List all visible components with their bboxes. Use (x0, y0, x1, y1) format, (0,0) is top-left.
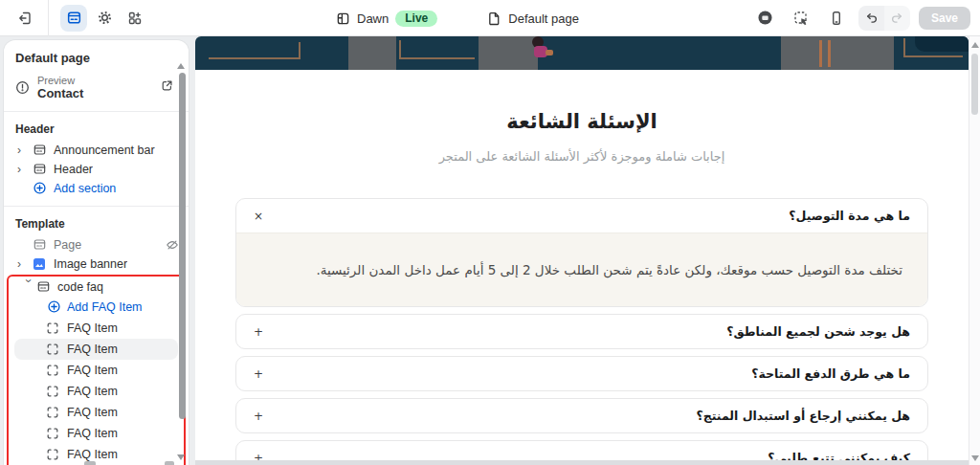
image-thumbnail-icon (32, 257, 47, 271)
page-picker[interactable]: Default page (487, 11, 579, 26)
section-icon (32, 237, 47, 252)
sidebar-scrollbar-thumb[interactable] (179, 73, 186, 419)
preview-value: Contact (37, 87, 83, 101)
section-icon (35, 279, 51, 294)
faq-question: هل يمكنني إرجاع أو استبدال المنتج؟ (696, 409, 910, 423)
page-file-icon (487, 11, 501, 26)
topbar: Dawn Live Default page (0, 0, 980, 36)
sidebar-item-label: code faq (57, 280, 103, 294)
live-badge: Live (395, 11, 437, 27)
faq-card: ما هي طرق الدفع المتاحة؟ + (235, 356, 928, 391)
section-icon (32, 162, 47, 176)
sidebar-scroll-down-arrow[interactable] (177, 454, 185, 460)
collapse-icon[interactable]: × (254, 210, 263, 223)
faq-card: هل يوجد شحن لجميع المناطق؟ + (235, 314, 928, 349)
faq-page-subtitle: إجابات شاملة وموجزة لأكثر الأسئلة الشائع… (195, 149, 969, 164)
sidebar-title: Default page (4, 40, 189, 72)
theme-switcher[interactable]: Dawn Live (336, 11, 437, 27)
block-icon (47, 365, 60, 376)
expand-icon[interactable]: + (254, 410, 263, 423)
add-faq-item-button[interactable]: Add FAQ Item (14, 297, 178, 318)
template-group-label: Template (4, 207, 189, 235)
clipped-row-fragment (165, 461, 174, 465)
topbar-center: Dawn Live Default page (0, 0, 947, 36)
add-section-button[interactable]: Add section (8, 179, 185, 198)
faq-page-title: الإسئلة الشائعة (195, 110, 969, 133)
add-faq-item-label: Add FAQ Item (67, 300, 143, 314)
sidebar-faq-item-label: FAQ Item (67, 385, 118, 398)
sidebar-item-label: Page (54, 238, 81, 252)
clipped-row-fragment (84, 461, 96, 465)
sections-sidebar: Default page Preview Contact Header › (4, 40, 189, 465)
sidebar-item-label: Image banner (54, 257, 127, 271)
preview-scroll-down-arrow[interactable] (971, 455, 979, 461)
preview-scroll-up-arrow[interactable] (971, 42, 979, 48)
preview-context-row[interactable]: Preview Contact (4, 72, 189, 111)
sidebar-item-page[interactable]: Page (8, 235, 185, 255)
sidebar-item-code-faq[interactable]: › code faq (11, 277, 181, 297)
eye-slash-icon[interactable] (166, 238, 179, 252)
section-icon (32, 143, 47, 157)
preview-label: Preview (37, 75, 83, 87)
external-link-icon[interactable] (161, 79, 173, 92)
sidebar-faq-item-1[interactable]: FAQ Item (14, 318, 178, 339)
block-icon (47, 428, 60, 439)
sidebar-faq-item-5[interactable]: FAQ Item (14, 402, 178, 423)
theme-name: Dawn (357, 11, 389, 26)
page-picker-label: Default page (508, 11, 579, 26)
faq-question-row[interactable]: ما هي طرق الدفع المتاحة؟ + (236, 357, 927, 390)
block-icon (47, 386, 60, 397)
sidebar-faq-item-label: FAQ Item (67, 448, 118, 461)
faq-question: هل يوجد شحن لجميع المناطق؟ (726, 324, 910, 339)
block-icon (47, 343, 60, 355)
block-icon (47, 322, 60, 334)
preview-page-edge (195, 460, 969, 465)
chevron-right-icon[interactable]: › (17, 163, 32, 176)
sidebar-item-header[interactable]: › Header (8, 160, 185, 179)
header-group-label: Header (4, 112, 189, 141)
sidebar-faq-item-3[interactable]: FAQ Item (14, 360, 178, 381)
sidebar-faq-item-label: FAQ Item (67, 364, 118, 377)
sidebar-item-announcement-bar[interactable]: › Announcement bar (8, 141, 185, 160)
theme-icon (336, 11, 350, 26)
chevron-right-icon[interactable]: › (17, 144, 32, 157)
faq-card: هل يمكنني إرجاع أو استبدال المنتج؟ + (235, 398, 928, 433)
expand-icon[interactable]: + (254, 367, 263, 381)
faq-question-row[interactable]: هل يمكنني إرجاع أو استبدال المنتج؟ + (236, 399, 927, 432)
image-banner-preview[interactable] (195, 36, 969, 70)
faq-question-row[interactable]: هل يوجد شحن لجميع المناطق؟ + (236, 315, 927, 348)
expand-icon[interactable]: + (254, 325, 263, 339)
chevron-right-icon[interactable]: › (17, 257, 32, 271)
faq-question: ما هي مدة التوصيل؟ (789, 209, 910, 223)
sidebar-faq-item-label: FAQ Item (67, 343, 118, 356)
sidebar-faq-item-4[interactable]: FAQ Item (14, 381, 178, 402)
sidebar-item-label: Announcement bar (54, 144, 155, 157)
block-icon (47, 407, 60, 418)
add-circle-icon (32, 181, 47, 195)
add-circle-icon (47, 299, 60, 314)
faq-question-row[interactable]: ما هي مدة التوصيل؟ × (236, 199, 927, 232)
sidebar-faq-item-label: FAQ Item (67, 427, 118, 440)
add-section-label: Add section (54, 182, 116, 195)
sidebar-faq-item-label: FAQ Item (67, 406, 118, 419)
info-icon (15, 80, 30, 95)
sidebar-faq-item-label: FAQ Item (67, 321, 118, 335)
sidebar-faq-item-2-selected[interactable]: FAQ Item (14, 339, 178, 360)
chevron-down-icon[interactable]: › (22, 278, 35, 293)
faq-answer: تختلف مدة التوصيل حسب موقعك، ولكن عادةً … (236, 232, 927, 306)
preview-scrollbar[interactable] (969, 36, 980, 465)
sidebar-item-image-banner[interactable]: › Image banner (8, 255, 185, 274)
sidebar-faq-item-6[interactable]: FAQ Item (14, 423, 178, 444)
sidebar-faq-item-7[interactable]: FAQ Item (14, 444, 178, 465)
faq-question: ما هي طرق الدفع المتاحة؟ (751, 366, 910, 381)
preview-scrollbar-thumb[interactable] (971, 54, 978, 115)
sidebar-scroll-up-arrow[interactable] (177, 63, 185, 69)
faq-list: ما هي مدة التوصيل؟ × تختلف مدة التوصيل ح… (235, 198, 928, 465)
theme-preview-frame[interactable]: الإسئلة الشائعة إجابات شاملة وموجزة لأكث… (195, 36, 969, 465)
sidebar-item-label: Header (54, 163, 93, 176)
block-icon (47, 449, 60, 460)
code-faq-selection-outline: › code faq Add FAQ Item (7, 275, 186, 465)
faq-card-expanded: ما هي مدة التوصيل؟ × تختلف مدة التوصيل ح… (235, 198, 928, 307)
